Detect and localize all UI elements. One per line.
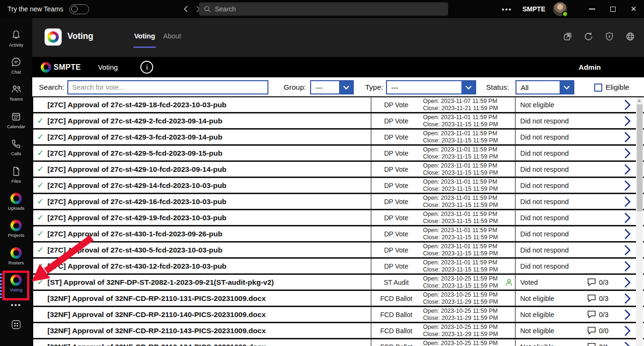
new-teams-toggle[interactable]	[69, 4, 89, 14]
website-button[interactable]	[623, 29, 637, 44]
vote-row[interactable]: ✓ [27C] Approval of 27c-st-429-2-fcd-202…	[33, 113, 644, 130]
phone-icon	[10, 138, 22, 150]
vote-row[interactable]: ✓ [27C] Approval of 27c-st-429-14-fcd-20…	[33, 178, 644, 194]
refresh-button[interactable]	[581, 29, 596, 44]
sidebar-item-teams[interactable]: Teams	[0, 79, 32, 106]
vote-search-input[interactable]	[67, 80, 268, 94]
vote-status: Did not respond	[515, 162, 587, 177]
scrollbar-up-icon[interactable]	[637, 99, 641, 102]
sidebar-item-chat[interactable]: Chat	[0, 52, 32, 79]
vote-row[interactable]: ✓ [32NF] Approval of 32NF-CD-RP-2110-131…	[33, 291, 644, 307]
shield-icon	[604, 31, 615, 42]
app-header: Voting Voting About	[32, 18, 644, 57]
eligible-checkbox[interactable]	[594, 84, 602, 92]
tab-about[interactable]: About	[163, 32, 181, 40]
vote-row[interactable]: ✓ [27C] Approval of 27c-st-429-5-fcd-202…	[33, 146, 644, 162]
vote-row[interactable]: ✓ [27C] Approval of 27c-st-430-5-fcd-202…	[33, 243, 644, 259]
status-select-value: All	[516, 81, 560, 94]
comments-indicator[interactable]: 0/1	[587, 339, 620, 346]
admin-link[interactable]: Admin	[579, 63, 601, 71]
comments-indicator[interactable]: 0/3	[587, 307, 620, 322]
popout-button[interactable]	[561, 29, 575, 44]
sidebar-item-uploads[interactable]: Uploads	[0, 188, 32, 215]
sidebar-item-projects[interactable]: Projects	[0, 215, 32, 243]
global-search-input[interactable]: Search	[199, 2, 448, 16]
sidebar-item-activity[interactable]: Activity	[0, 25, 32, 52]
vote-open-date: Open: 2023-11-01 11:59 PM	[423, 114, 503, 121]
scrollbar-thumb[interactable]	[637, 104, 643, 211]
vote-row[interactable]: ✓ [32NF] Approval of 32NF-CD-RP-2110-140…	[33, 307, 644, 323]
chevron-right-icon[interactable]	[620, 97, 635, 112]
sidebar-item-label: Calendar	[7, 124, 26, 129]
chevron-right-icon[interactable]	[620, 178, 635, 193]
vote-row[interactable]: ✓ [27C] Approval of 27c-st-430-12-fcd-20…	[33, 259, 644, 275]
vote-row[interactable]: ✓ [27C] Approval of 27c-st-429-10-fcd-20…	[33, 162, 644, 178]
sidebar-item-files[interactable]: Files	[0, 161, 32, 188]
vote-row[interactable]: ✓ [ST] Approval of 32NF-DP-ST-2082-1-202…	[33, 275, 644, 291]
comments-count: 0/1	[599, 343, 608, 346]
sidebar-item-label: Teams	[9, 96, 23, 102]
vote-row[interactable]: ✓ [32NF] Approval of 32NF-CD-RP-2110-143…	[33, 323, 644, 339]
vote-row[interactable]: ✓ [27C] Approval of 27c-st-429-16-fcd-20…	[33, 194, 644, 210]
chevron-right-icon[interactable]	[620, 307, 635, 322]
chevron-right-icon[interactable]	[620, 194, 635, 209]
avatar[interactable]: ✓	[553, 2, 567, 16]
sidebar-item-apps[interactable]	[10, 313, 22, 346]
sidebar-item-label: Voting	[10, 287, 22, 292]
privacy-button[interactable]	[602, 29, 616, 44]
vote-row[interactable]: ✓ [27C] Approval of 27c-st-430-1-fcd-202…	[33, 226, 644, 243]
comments-count: 0/3	[599, 279, 608, 286]
comments-indicator[interactable]: 0/3	[587, 275, 620, 290]
sidebar-item-calls[interactable]: Calls	[0, 134, 32, 161]
sidebar-more-icon[interactable]: •••	[11, 297, 22, 313]
maximize-button[interactable]	[602, 0, 623, 18]
sidebar-item-rosters[interactable]: Rosters	[0, 243, 32, 270]
chevron-right-icon[interactable]	[620, 146, 635, 160]
close-button[interactable]: ✕	[623, 0, 644, 18]
smpte-swirl-icon	[10, 247, 22, 259]
status-select[interactable]: All	[515, 80, 574, 94]
comments-indicator[interactable]: 0/0	[587, 323, 620, 338]
org-name[interactable]: SMPTE	[523, 5, 545, 13]
titlebar-more-icon[interactable]: •••	[502, 5, 512, 13]
vote-title: [27C] Approval of 27c-st-430-12-fcd-2023…	[47, 259, 371, 273]
chevron-right-icon[interactable]	[620, 259, 635, 273]
sidebar-item-voting[interactable]: Voting	[0, 270, 32, 297]
chevron-right-icon[interactable]	[620, 291, 635, 306]
vote-row[interactable]: ✓ [27C] Approval of 27c-st-429-19-fcd-20…	[33, 210, 644, 226]
sidebar-item-label: Activity	[9, 42, 23, 47]
vote-row[interactable]: ✓ [27C] Approval of 27c-st-429-18-fcd-20…	[33, 97, 644, 113]
chevron-right-icon[interactable]	[620, 275, 635, 290]
back-icon[interactable]	[183, 5, 189, 13]
vote-dates: Open: 2023-10-25 11:59 PM Close: 2023-11…	[421, 307, 503, 322]
type-select[interactable]: ---	[386, 80, 476, 94]
group-select[interactable]: ---	[310, 80, 354, 94]
vote-type: DP Vote	[371, 97, 421, 112]
list-scrollbar[interactable]	[636, 97, 643, 346]
chevron-right-icon[interactable]	[620, 323, 635, 338]
vote-row[interactable]: ✓ [32NF] Approval of 32NF-CD-RP-2110-134…	[33, 339, 644, 346]
comments-count: 0/0	[599, 327, 608, 335]
chevron-right-icon[interactable]	[620, 162, 635, 177]
global-search-placeholder: Search	[215, 5, 236, 13]
vote-type: FCD Ballot	[371, 323, 421, 338]
chevron-right-icon[interactable]	[620, 130, 635, 144]
sidebar-item-calendar[interactable]: Calendar	[0, 106, 32, 133]
vote-row[interactable]: ✓ [27C] Approval of 27c-st-429-3-fcd-202…	[33, 130, 644, 146]
vote-type: DP Vote	[371, 243, 421, 257]
chevron-right-icon[interactable]	[620, 210, 635, 225]
chevron-right-icon[interactable]	[620, 243, 635, 257]
tab-voting[interactable]: Voting	[134, 32, 155, 40]
chevron-right-icon[interactable]	[620, 226, 635, 241]
comments-indicator[interactable]: 0/3	[587, 291, 620, 306]
chevron-down-icon	[560, 81, 573, 94]
try-new-teams-label: Try the new Teams	[8, 5, 64, 13]
vote-status: Did not respond	[515, 194, 587, 209]
vote-type: DP Vote	[371, 178, 421, 193]
chevron-right-icon[interactable]	[620, 339, 635, 346]
sidebar-item-label: Uploads	[8, 206, 25, 211]
minimize-button[interactable]	[581, 0, 602, 18]
vote-status: Did not respond	[515, 210, 587, 225]
chevron-right-icon[interactable]	[620, 113, 635, 128]
info-icon[interactable]: i	[140, 61, 153, 74]
